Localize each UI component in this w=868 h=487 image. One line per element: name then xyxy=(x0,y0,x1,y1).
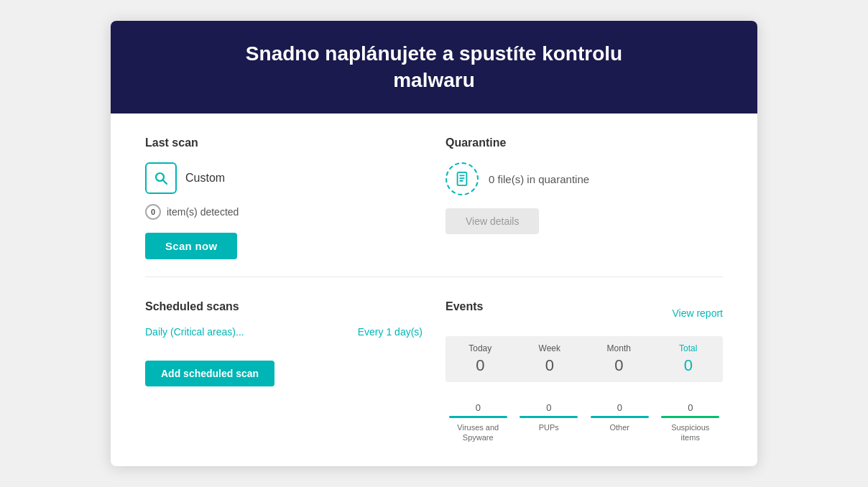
view-details-button[interactable]: View details xyxy=(445,208,539,234)
event-month-value: 0 xyxy=(588,356,650,375)
breakdown-suspicious-label: Suspiciousitems xyxy=(658,422,724,443)
app-wrapper: Snadno naplánujete a spustíte kontrolu m… xyxy=(111,21,757,465)
bottom-section: Scheduled scans Daily (Critical areas)..… xyxy=(145,300,723,443)
events-title: Events xyxy=(445,300,483,313)
header-banner: Snadno naplánujete a spustíte kontrolu m… xyxy=(111,21,757,113)
event-month-label: Month xyxy=(588,343,650,353)
quarantine-section: Quarantine 0 file(s) in quarantine View … xyxy=(445,136,723,259)
add-scheduled-scan-button[interactable]: Add scheduled scan xyxy=(145,361,274,386)
event-cell-week: Week 0 xyxy=(515,336,585,382)
quarantine-icon xyxy=(445,162,479,195)
breakdown-suspicious-bar xyxy=(661,416,719,418)
svg-line-1 xyxy=(163,180,167,184)
breakdown-suspicious: 0 Suspiciousitems xyxy=(658,402,724,443)
breakdown-viruses: 0 Viruses andSpyware xyxy=(445,402,511,443)
breakdown-other-bar xyxy=(591,416,649,418)
last-scan-title: Last scan xyxy=(145,136,423,149)
breakdown-viruses-bar xyxy=(449,416,507,418)
scheduled-scan-name[interactable]: Daily (Critical areas)... xyxy=(145,326,244,338)
breakdown-suspicious-count: 0 xyxy=(658,402,724,413)
event-today-label: Today xyxy=(450,343,511,353)
header-title: Snadno naplánujete a spustíte kontrolu m… xyxy=(139,41,729,93)
breakdown-other: 0 Other xyxy=(587,402,652,443)
scheduled-scan-frequency: Every 1 day(s) xyxy=(358,326,423,338)
main-card: Last scan Custom 0 item(s) detected Scan… xyxy=(111,113,757,466)
event-today-value: 0 xyxy=(450,356,511,375)
quarantine-title: Quarantine xyxy=(445,136,723,149)
last-scan-section: Last scan Custom 0 item(s) detected Scan… xyxy=(145,136,423,259)
search-icon xyxy=(152,170,170,187)
breakdown-pups-count: 0 xyxy=(517,402,582,413)
detected-label: item(s) detected xyxy=(167,206,239,218)
event-total-value: 0 xyxy=(658,356,719,375)
events-section: Events View report Today 0 Week 0 Month … xyxy=(445,300,723,443)
breakdown-other-count: 0 xyxy=(587,402,652,413)
events-grid: Today 0 Week 0 Month 0 Total 0 xyxy=(445,336,723,382)
scan-now-button[interactable]: Scan now xyxy=(145,233,237,259)
quarantine-files-text: 0 file(s) in quarantine xyxy=(489,173,589,185)
scan-type-label: Custom xyxy=(185,172,225,185)
breakdown-viruses-count: 0 xyxy=(445,402,511,413)
scheduled-scan-item: Daily (Critical areas)... Every 1 day(s) xyxy=(145,326,423,338)
breakdown-pups-label: PUPs xyxy=(517,422,582,432)
breakdown-grid: 0 Viruses andSpyware 0 PUPs 0 Other xyxy=(445,402,723,443)
event-cell-today: Today 0 xyxy=(445,336,515,382)
breakdown-viruses-label: Viruses andSpyware xyxy=(445,422,511,443)
event-cell-total: Total 0 xyxy=(654,336,724,382)
document-icon xyxy=(454,171,470,187)
scan-type-row: Custom xyxy=(145,162,423,194)
top-section: Last scan Custom 0 item(s) detected Scan… xyxy=(145,136,723,259)
view-report-link[interactable]: View report xyxy=(672,307,723,319)
event-week-label: Week xyxy=(520,343,581,353)
event-week-value: 0 xyxy=(520,356,581,375)
detected-row: 0 item(s) detected xyxy=(145,204,423,220)
events-header-row: Events View report xyxy=(445,300,723,326)
scheduled-scans-section: Scheduled scans Daily (Critical areas)..… xyxy=(145,300,423,443)
breakdown-pups: 0 PUPs xyxy=(517,402,582,443)
event-total-label: Total xyxy=(658,343,719,353)
event-cell-month: Month 0 xyxy=(584,336,654,382)
breakdown-pups-bar xyxy=(520,416,578,418)
quarantine-row: 0 file(s) in quarantine xyxy=(445,162,723,195)
scheduled-scans-title: Scheduled scans xyxy=(145,300,423,313)
detected-count-badge: 0 xyxy=(145,204,161,220)
breakdown-other-label: Other xyxy=(587,422,652,432)
divider xyxy=(145,277,723,277)
scan-icon-box xyxy=(145,162,177,194)
